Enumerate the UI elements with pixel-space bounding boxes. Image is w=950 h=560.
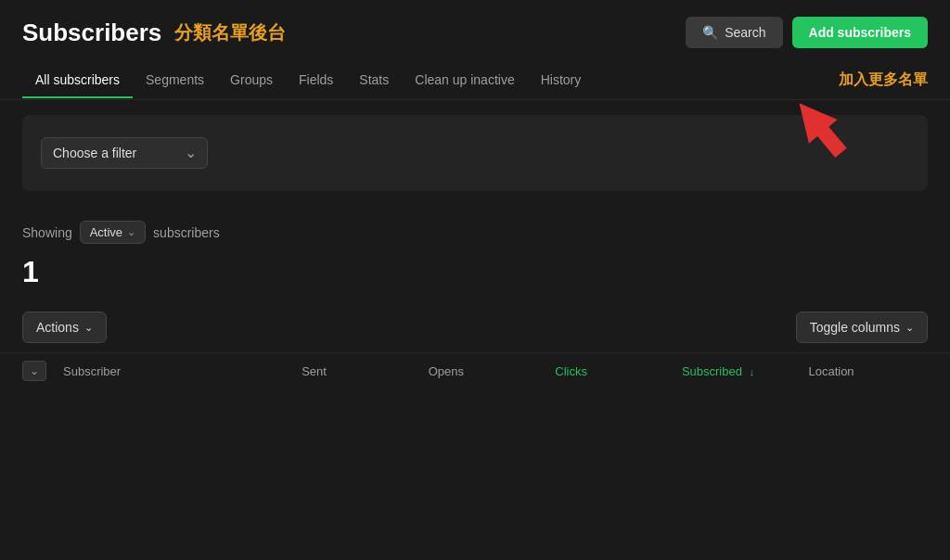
tab-clean-up-inactive[interactable]: Clean up inactive — [402, 63, 527, 98]
showing-section: Showing Active ⌄ subscribers 1 — [0, 206, 950, 308]
filter-select[interactable]: Choose a filter — [41, 137, 208, 169]
th-location[interactable]: Location — [801, 364, 928, 378]
tab-segments[interactable]: Segments — [133, 63, 217, 98]
status-filter-label: Active — [90, 225, 122, 239]
filter-select-wrapper: Choose a filter — [41, 137, 208, 169]
chevron-down-icon: ⌄ — [84, 322, 93, 334]
showing-row: Showing Active ⌄ subscribers — [22, 221, 928, 244]
status-filter-button[interactable]: Active ⌄ — [80, 221, 146, 244]
toggle-columns-button[interactable]: Toggle columns ⌄ — [796, 312, 928, 343]
showing-suffix: subscribers — [153, 225, 220, 240]
table-header: ⌄ Subscriber Sent Opens Clicks Subscribe… — [0, 352, 950, 388]
chevron-down-icon: ⌄ — [127, 226, 135, 238]
header-right: 🔍 Search Add subscribers — [686, 17, 928, 48]
chevron-down-icon: ⌄ — [905, 322, 914, 334]
nav-tabs-left: All subscribers Segments Groups Fields S… — [22, 63, 839, 97]
header-left: Subscribers 分類名單後台 — [22, 19, 286, 47]
chevron-down-icon: ⌄ — [30, 364, 39, 377]
select-all-button[interactable]: ⌄ — [22, 361, 46, 381]
tab-all-subscribers[interactable]: All subscribers — [22, 63, 133, 98]
showing-label: Showing — [22, 225, 72, 240]
search-icon: 🔍 — [702, 25, 718, 40]
th-sent[interactable]: Sent — [294, 364, 421, 378]
sort-desc-icon: ↓ — [750, 366, 755, 377]
th-clicks[interactable]: Clicks — [547, 364, 674, 378]
tab-groups[interactable]: Groups — [217, 63, 286, 98]
th-opens[interactable]: Opens — [421, 364, 548, 378]
toggle-columns-label: Toggle columns — [810, 320, 900, 335]
tab-history[interactable]: History — [528, 63, 595, 98]
actions-label: Actions — [36, 320, 79, 335]
page-subtitle: 分類名單後台 — [174, 20, 286, 45]
search-button-label: Search — [725, 25, 765, 40]
actions-button[interactable]: Actions ⌄ — [22, 312, 107, 343]
tab-fields[interactable]: Fields — [286, 63, 346, 98]
subscribers-count: 1 — [22, 249, 928, 300]
search-button[interactable]: 🔍 Search — [686, 17, 782, 48]
th-subscriber[interactable]: Subscriber — [56, 364, 294, 378]
red-arrow-annotation — [783, 91, 857, 169]
header: Subscribers 分類名單後台 🔍 Search Add subscrib… — [0, 0, 950, 61]
page-title: Subscribers — [22, 19, 161, 47]
app-container: Subscribers 分類名單後台 🔍 Search Add subscrib… — [0, 0, 950, 560]
red-arrow-icon — [783, 91, 857, 165]
th-checkbox-cell: ⌄ — [22, 361, 56, 381]
add-subscribers-button[interactable]: Add subscribers — [792, 17, 928, 48]
tab-stats[interactable]: Stats — [346, 63, 402, 98]
svg-marker-0 — [785, 91, 855, 164]
actions-row: Actions ⌄ Toggle columns ⌄ — [0, 308, 950, 352]
th-subscribed[interactable]: Subscribed ↓ — [674, 364, 802, 378]
